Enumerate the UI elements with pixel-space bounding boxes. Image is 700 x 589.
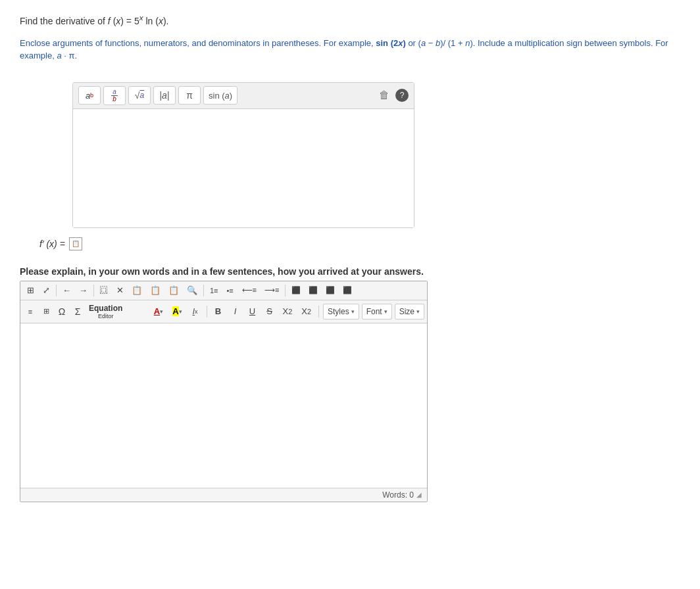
instructions-text: Enclose arguments of functions, numerato… xyxy=(20,37,680,62)
styles-dropdown[interactable]: Styles ▾ xyxy=(323,304,359,319)
right-format-group: A▾ A▾ Ix B I U S X2 X2 Styles ▾ Font xyxy=(151,304,424,319)
list-unordered-button[interactable]: •≡ xyxy=(223,283,238,298)
separator4 xyxy=(285,285,286,296)
styles-arrow: ▾ xyxy=(351,308,355,315)
separator5 xyxy=(207,306,207,318)
separator3 xyxy=(203,285,204,296)
separator6 xyxy=(318,306,319,318)
bold-button[interactable]: B xyxy=(211,304,226,319)
sin-button[interactable]: sin (a) xyxy=(203,86,238,105)
separator1 xyxy=(56,285,57,296)
paragraph-button[interactable]: ≡ xyxy=(23,304,38,319)
left-format-group: ≡ ⊞ Ω Σ Equation Editor xyxy=(23,302,125,321)
fraction-button[interactable]: a b xyxy=(103,86,126,105)
clear-format-button[interactable]: Ix xyxy=(188,304,203,319)
fullscreen-button[interactable]: ⤢ xyxy=(39,283,53,298)
outdent-button[interactable]: ⟵≡ xyxy=(239,283,260,298)
word-count: Words: 0 xyxy=(382,490,414,500)
rich-text-editor: ⊞ ⤢ ← → ⿴ ✕ 📋 📋 📋 🔍 1≡ •≡ ⟵≡ ⟶≡ ⬛ ⬛ ⬛ ⬛ … xyxy=(20,281,428,502)
answer-label: f′ (x) = xyxy=(39,239,65,249)
align-right-button[interactable]: ⬛ xyxy=(322,283,338,298)
help-button[interactable]: ? xyxy=(395,89,409,102)
styles-label: Styles xyxy=(328,307,349,316)
question-text: Find the derivative of f (x) = 5x ln (x)… xyxy=(20,13,680,26)
rich-toolbar-row2: ≡ ⊞ Ω Σ Equation Editor A▾ A▾ Ix B I xyxy=(20,300,427,323)
pi-button[interactable]: π xyxy=(178,86,201,105)
answer-row: f′ (x) = 📋 xyxy=(39,237,680,250)
font-dropdown[interactable]: Font ▾ xyxy=(362,304,392,319)
underline-button[interactable]: U xyxy=(245,304,260,319)
align-left-button[interactable]: ⬛ xyxy=(288,283,304,298)
find-button[interactable]: 🔍 xyxy=(184,283,201,298)
math-toolbar: ab a b √a |a| π sin (a) 🗑 xyxy=(73,83,414,109)
paste-text-button[interactable]: 📋 xyxy=(147,283,164,298)
font-color-button[interactable]: A▾ xyxy=(151,304,166,319)
rich-status-bar: Words: 0 ◢ xyxy=(20,488,427,502)
indent-button[interactable]: ⟶≡ xyxy=(261,283,282,298)
paste-button[interactable]: 📋 xyxy=(128,283,145,298)
math-input-area[interactable] xyxy=(73,109,414,227)
superscript-button[interactable]: ab xyxy=(78,86,101,105)
trash-button[interactable]: 🗑 xyxy=(376,88,393,103)
source-button[interactable]: ⊞ xyxy=(23,283,38,298)
paste-word-button[interactable]: 📋 xyxy=(165,283,182,298)
separator2 xyxy=(93,285,94,296)
size-label: Size xyxy=(399,307,414,316)
omega-button[interactable]: Ω xyxy=(55,304,69,319)
rich-content-area[interactable] xyxy=(20,323,427,488)
font-arrow: ▾ xyxy=(384,308,388,315)
table-button[interactable]: ⊞ xyxy=(39,304,53,319)
answer-input-icon[interactable]: 📋 xyxy=(69,237,82,250)
sqrt-button[interactable]: √a xyxy=(128,86,151,105)
math-editor: ab a b √a |a| π sin (a) 🗑 xyxy=(72,82,414,228)
redo-button[interactable]: → xyxy=(76,283,91,298)
superscript-button2[interactable]: X2 xyxy=(298,304,314,319)
size-dropdown[interactable]: Size ▾ xyxy=(395,304,424,319)
sigma-button[interactable]: Σ xyxy=(70,304,85,319)
italic-button[interactable]: I xyxy=(228,304,243,319)
equation-editor-button[interactable]: Equation Editor xyxy=(86,302,125,321)
resize-handle[interactable]: ◢ xyxy=(416,491,422,498)
size-arrow: ▾ xyxy=(416,308,420,315)
abs-button[interactable]: |a| xyxy=(153,86,176,105)
align-justify-button[interactable]: ⬛ xyxy=(339,283,355,298)
align-center-button[interactable]: ⬛ xyxy=(305,283,321,298)
cut-button[interactable]: ✕ xyxy=(113,283,127,298)
undo-button[interactable]: ← xyxy=(59,283,74,298)
copy-button[interactable]: ⿴ xyxy=(97,283,111,298)
subscript-button[interactable]: X2 xyxy=(280,304,296,319)
explain-label: Please explain, in your own words and in… xyxy=(20,266,680,277)
rich-toolbar-row1: ⊞ ⤢ ← → ⿴ ✕ 📋 📋 📋 🔍 1≡ •≡ ⟵≡ ⟶≡ ⬛ ⬛ ⬛ ⬛ xyxy=(20,281,427,300)
highlight-button[interactable]: A▾ xyxy=(169,304,185,319)
list-ordered-button[interactable]: 1≡ xyxy=(207,283,222,298)
strikethrough-button[interactable]: S xyxy=(262,304,277,319)
font-label: Font xyxy=(366,307,382,316)
